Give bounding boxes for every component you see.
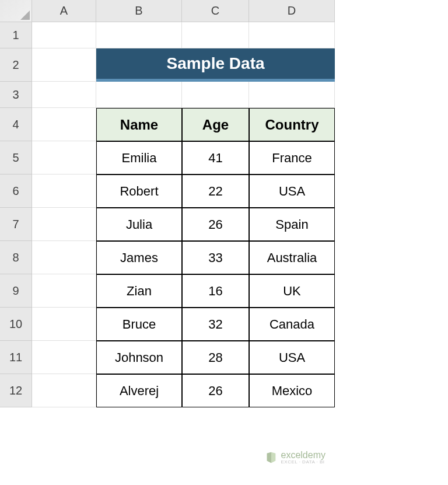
cell-a3[interactable]: [32, 82, 96, 108]
select-all-corner[interactable]: [0, 0, 32, 22]
cell-b5[interactable]: Emilia: [96, 141, 182, 175]
cell-b11[interactable]: Johnson: [96, 341, 182, 374]
row-header-2[interactable]: 2: [0, 48, 32, 82]
cell-c1[interactable]: [182, 22, 249, 48]
cell-d11[interactable]: USA: [249, 341, 335, 374]
cell-d3[interactable]: [249, 82, 335, 108]
cell-d9[interactable]: UK: [249, 274, 335, 308]
row-header-10[interactable]: 10: [0, 308, 32, 341]
cell-d1[interactable]: [249, 22, 335, 48]
cell-a7[interactable]: [32, 208, 96, 241]
watermark-text-wrap: exceldemy EXCEL · DATA · BI: [281, 450, 326, 465]
cell-a11[interactable]: [32, 341, 96, 374]
row-header-1[interactable]: 1: [0, 22, 32, 48]
cell-a2[interactable]: [32, 48, 96, 82]
cell-a4[interactable]: [32, 108, 96, 141]
row-header-12[interactable]: 12: [0, 374, 32, 407]
cell-c9[interactable]: 16: [182, 274, 249, 308]
row-header-3[interactable]: 3: [0, 82, 32, 108]
cell-a8[interactable]: [32, 241, 96, 274]
row-header-9[interactable]: 9: [0, 274, 32, 308]
cell-d8[interactable]: Australia: [249, 241, 335, 274]
cell-c10[interactable]: 32: [182, 308, 249, 341]
cell-c11[interactable]: 28: [182, 341, 249, 374]
cell-c7[interactable]: 26: [182, 208, 249, 241]
row-header-5[interactable]: 5: [0, 141, 32, 175]
cell-c12[interactable]: 26: [182, 374, 249, 407]
watermark-sub: EXCEL · DATA · BI: [281, 459, 326, 465]
cell-d10[interactable]: Canada: [249, 308, 335, 341]
cell-c8[interactable]: 33: [182, 241, 249, 274]
row-header-8[interactable]: 8: [0, 241, 32, 274]
cell-a9[interactable]: [32, 274, 96, 308]
cell-a5[interactable]: [32, 141, 96, 175]
cell-b1[interactable]: [96, 22, 182, 48]
exceldemy-logo-icon: [265, 451, 278, 464]
cell-b6[interactable]: Robert: [96, 175, 182, 208]
table-header-age[interactable]: Age: [182, 108, 249, 141]
table-header-name[interactable]: Name: [96, 108, 182, 141]
cell-b10[interactable]: Bruce: [96, 308, 182, 341]
cell-b3[interactable]: [96, 82, 182, 108]
cell-d12[interactable]: Mexico: [249, 374, 335, 407]
cell-a12[interactable]: [32, 374, 96, 407]
cell-b12[interactable]: Alverej: [96, 374, 182, 407]
col-header-c[interactable]: C: [182, 0, 249, 22]
table-header-country[interactable]: Country: [249, 108, 335, 141]
cell-a6[interactable]: [32, 175, 96, 208]
spreadsheet-grid: A B C D 1 2 Sample Data 3 4 Name Age Cou…: [0, 0, 448, 407]
cell-c6[interactable]: 22: [182, 175, 249, 208]
col-header-a[interactable]: A: [32, 0, 96, 22]
col-header-b[interactable]: B: [96, 0, 182, 22]
row-header-4[interactable]: 4: [0, 108, 32, 141]
title-merged-cell[interactable]: Sample Data: [96, 48, 335, 82]
row-header-7[interactable]: 7: [0, 208, 32, 241]
cell-b8[interactable]: James: [96, 241, 182, 274]
cell-a10[interactable]: [32, 308, 96, 341]
cell-d5[interactable]: France: [249, 141, 335, 175]
cell-c5[interactable]: 41: [182, 141, 249, 175]
cell-b9[interactable]: Zian: [96, 274, 182, 308]
cell-b7[interactable]: Julia: [96, 208, 182, 241]
cell-d7[interactable]: Spain: [249, 208, 335, 241]
cell-d6[interactable]: USA: [249, 175, 335, 208]
cell-a1[interactable]: [32, 22, 96, 48]
watermark: exceldemy EXCEL · DATA · BI: [265, 450, 326, 465]
col-header-d[interactable]: D: [249, 0, 335, 22]
row-header-6[interactable]: 6: [0, 175, 32, 208]
row-header-11[interactable]: 11: [0, 341, 32, 374]
cell-c3[interactable]: [182, 82, 249, 108]
